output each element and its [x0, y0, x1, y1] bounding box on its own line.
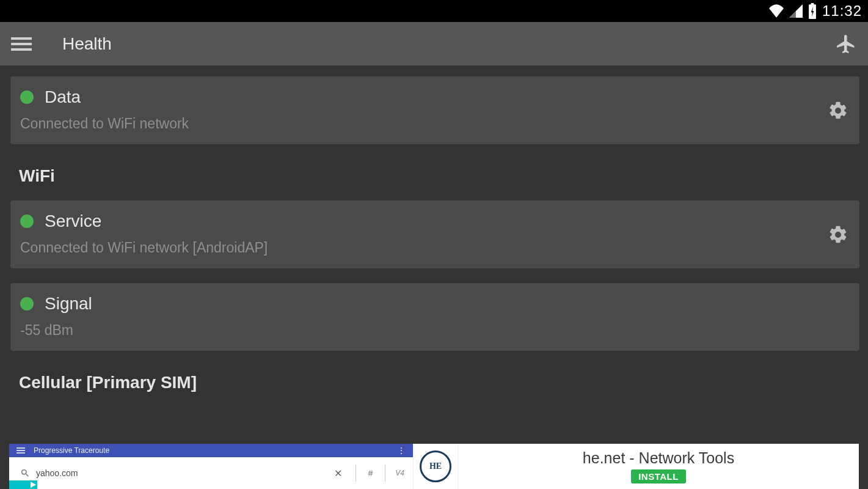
search-icon — [20, 468, 30, 478]
ad-headline: he.net - Network Tools — [583, 449, 734, 467]
status-indicator-dot — [20, 215, 34, 228]
card-service-title: Service — [45, 211, 101, 231]
ad-preview-title: Progressive Traceroute — [34, 446, 109, 455]
card-service-subtitle: Connected to WiFi network [AndroidAP] — [20, 240, 850, 256]
card-signal-title: Signal — [45, 294, 92, 314]
gear-icon[interactable] — [828, 100, 848, 121]
airplane-mode-icon[interactable] — [835, 33, 857, 55]
menu-icon — [16, 447, 25, 454]
menu-icon[interactable] — [11, 34, 32, 54]
close-icon: ✕ — [327, 468, 349, 479]
card-data[interactable]: Data Connected to WiFi network — [10, 76, 859, 144]
install-button[interactable]: INSTALL — [631, 469, 686, 483]
ad-preview-v4: V4 — [392, 469, 408, 477]
status-indicator-dot — [20, 297, 34, 311]
ad-preview-searchrow: yahoo.com ✕ # V4 — [9, 457, 413, 489]
ad-preview-hash: # — [362, 468, 379, 478]
system-status-bar: 11:32 — [0, 0, 868, 22]
card-data-title: Data — [45, 87, 81, 107]
card-data-subtitle: Connected to WiFi network — [20, 116, 850, 132]
content-area: Data Connected to WiFi network WiFi Serv… — [0, 65, 868, 392]
ad-app-icon: HE — [413, 444, 458, 489]
wifi-icon — [768, 4, 784, 18]
cell-signal-icon — [789, 4, 803, 18]
more-icon: ⋮ — [397, 446, 406, 455]
status-clock: 11:32 — [822, 2, 862, 20]
section-title-wifi: WiFi — [10, 166, 859, 186]
ad-banner[interactable]: Progressive Traceroute ⋮ yahoo.com ✕ # V… — [9, 444, 859, 489]
page-title: Health — [62, 34, 112, 54]
card-signal-subtitle: -55 dBm — [20, 322, 850, 339]
status-indicator-dot — [20, 90, 34, 104]
svg-rect-1 — [811, 3, 814, 6]
app-bar: Health — [0, 22, 868, 65]
ad-preview-appbar: Progressive Traceroute ⋮ — [9, 444, 413, 457]
ad-preview-pane: Progressive Traceroute ⋮ yahoo.com ✕ # V… — [9, 444, 413, 489]
battery-charging-icon — [808, 3, 817, 19]
adchoices-icon[interactable] — [9, 480, 37, 489]
section-title-cellular: Cellular [Primary SIM] — [10, 373, 859, 392]
gear-icon[interactable] — [828, 224, 848, 245]
card-signal[interactable]: Signal -55 dBm — [10, 283, 859, 351]
ad-preview-search-text: yahoo.com — [36, 468, 321, 478]
ad-right-pane[interactable]: HE he.net - Network Tools INSTALL — [413, 444, 859, 489]
card-service[interactable]: Service Connected to WiFi network [Andro… — [10, 200, 859, 268]
